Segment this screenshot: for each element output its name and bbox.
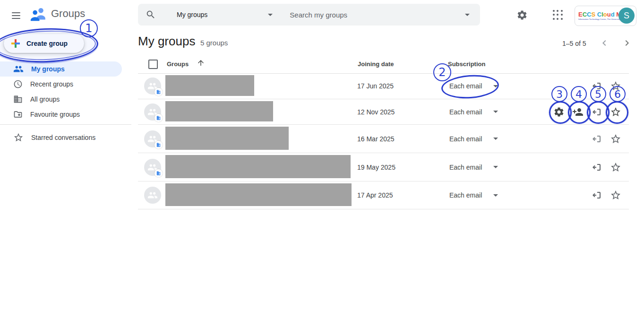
settings-gear-icon[interactable] bbox=[516, 9, 528, 21]
joining-date: 17 Jun 2025 bbox=[357, 82, 394, 90]
search-scope-dropdown[interactable]: My groups bbox=[177, 11, 273, 18]
subscription-dropdown[interactable]: Each email bbox=[449, 164, 498, 171]
pagination-range: 1–5 of 5 bbox=[562, 40, 586, 47]
redacted-group-name bbox=[165, 127, 289, 150]
select-all-checkbox[interactable] bbox=[148, 60, 158, 69]
redacted-group-name bbox=[165, 75, 254, 96]
joining-date: 19 May 2025 bbox=[357, 164, 395, 171]
column-header-groups[interactable]: Groups bbox=[167, 60, 189, 68]
group-avatar bbox=[144, 187, 161, 204]
subscription-value: Each email bbox=[449, 191, 482, 199]
chevron-down-icon bbox=[493, 194, 498, 197]
subscription-dropdown[interactable]: Each email bbox=[449, 108, 498, 116]
pagination-next-icon[interactable] bbox=[621, 37, 633, 49]
sidebar-item-favourite-groups[interactable]: Favourite groups bbox=[0, 107, 122, 122]
group-people-icon bbox=[147, 190, 158, 200]
account-card[interactable]: ECCS Cloud Mail Information Technology C… bbox=[575, 6, 636, 26]
organization-badge-icon bbox=[155, 88, 163, 96]
annotation-number-1: 1 bbox=[80, 19, 98, 37]
group-settings-icon[interactable] bbox=[553, 106, 565, 118]
redacted-group-name bbox=[165, 155, 351, 178]
subscription-dropdown[interactable]: Each email bbox=[449, 82, 498, 90]
redacted-group-name bbox=[165, 183, 352, 206]
star-group-icon[interactable] bbox=[610, 190, 621, 201]
leave-group-icon[interactable] bbox=[591, 106, 602, 118]
group-avatar bbox=[144, 78, 161, 95]
search-bar: My groups bbox=[138, 4, 480, 26]
search-options-chevron-icon[interactable] bbox=[465, 14, 470, 16]
group-count: 5 groups bbox=[200, 39, 228, 47]
table-row[interactable]: 16 Mar 2025 Each email bbox=[138, 125, 629, 153]
add-members-icon[interactable] bbox=[572, 106, 584, 118]
organization-badge-icon bbox=[155, 114, 163, 122]
group-avatar bbox=[144, 103, 161, 121]
subscription-value: Each email bbox=[449, 108, 482, 116]
people-icon bbox=[13, 64, 24, 74]
google-groups-app: Groups My groups ECCS Cloud Mail Informa… bbox=[0, 0, 644, 319]
groups-people-icon bbox=[29, 6, 47, 22]
sidebar-item-label: Recent groups bbox=[30, 80, 73, 88]
joining-date: 12 Nov 2025 bbox=[357, 108, 395, 116]
eccs-cloud-mail-logo: ECCS Cloud Mail Information Technology C… bbox=[578, 11, 618, 21]
leave-group-icon[interactable] bbox=[591, 162, 602, 173]
sidebar-item-label: All groups bbox=[30, 95, 60, 103]
page-title: My groups bbox=[138, 34, 195, 49]
joining-date: 16 Mar 2025 bbox=[357, 135, 395, 143]
subscription-value: Each email bbox=[449, 164, 482, 171]
sidebar-item-label: My groups bbox=[31, 65, 65, 73]
pagination-prev-icon[interactable] bbox=[599, 37, 610, 49]
search-scope-value: My groups bbox=[177, 11, 207, 18]
chevron-down-icon bbox=[493, 111, 498, 113]
eccs-brand-text: ECCS Cloud Mail bbox=[578, 11, 618, 18]
sidebar-item-label: Starred conversations bbox=[31, 134, 95, 141]
redacted-group-name bbox=[165, 101, 273, 121]
leave-group-icon[interactable] bbox=[591, 133, 602, 145]
chevron-down-icon bbox=[493, 138, 498, 140]
table-row[interactable]: 19 May 2025 Each email bbox=[138, 153, 629, 181]
account-avatar[interactable]: S bbox=[618, 8, 635, 24]
sidebar-item-recent-groups[interactable]: Recent groups bbox=[0, 77, 122, 92]
table-row[interactable]: 17 Jun 2025 Each email bbox=[138, 73, 629, 99]
organization-badge-icon bbox=[155, 169, 163, 177]
sidebar-item-all-groups[interactable]: All groups bbox=[0, 92, 122, 107]
folder-star-icon bbox=[13, 110, 23, 119]
sidebar-divider bbox=[0, 124, 131, 125]
table-row[interactable]: 17 Apr 2025 Each email bbox=[138, 181, 629, 209]
google-apps-grid-icon[interactable] bbox=[553, 10, 563, 20]
create-group-button[interactable]: Create group bbox=[4, 34, 84, 53]
plus-icon bbox=[11, 39, 20, 48]
group-avatar bbox=[144, 130, 161, 147]
group-avatar bbox=[144, 159, 161, 176]
chevron-down-icon bbox=[268, 14, 273, 16]
leave-group-icon[interactable] bbox=[591, 190, 602, 201]
hamburger-menu-icon[interactable] bbox=[9, 9, 24, 23]
groups-logo: Groups bbox=[29, 6, 85, 22]
building-icon bbox=[13, 95, 23, 104]
star-group-icon[interactable] bbox=[610, 106, 621, 118]
create-group-label: Create group bbox=[26, 40, 68, 47]
sidebar-item-my-groups[interactable]: My groups bbox=[0, 61, 122, 77]
search-icon[interactable] bbox=[146, 9, 156, 20]
subscription-value: Each email bbox=[449, 135, 482, 143]
search-input[interactable] bbox=[289, 10, 447, 19]
subscription-value: Each email bbox=[449, 82, 482, 90]
leave-group-icon[interactable] bbox=[591, 80, 602, 92]
subscription-dropdown[interactable]: Each email bbox=[449, 191, 498, 199]
subscription-dropdown[interactable]: Each email bbox=[449, 135, 498, 143]
table-header: Groups Joining date Subscription bbox=[138, 57, 629, 74]
column-header-subscription[interactable]: Subscription bbox=[448, 60, 485, 68]
star-group-icon[interactable] bbox=[610, 133, 621, 145]
sort-ascending-icon[interactable] bbox=[197, 59, 205, 67]
organization-badge-icon bbox=[155, 141, 163, 149]
chevron-down-icon bbox=[493, 166, 498, 168]
chevron-down-icon bbox=[493, 85, 498, 87]
joining-date: 17 Apr 2025 bbox=[357, 191, 393, 199]
table-row[interactable]: 12 Nov 2025 Each email bbox=[138, 99, 629, 125]
sidebar-item-starred-conversations[interactable]: Starred conversations bbox=[0, 130, 135, 145]
star-group-icon[interactable] bbox=[610, 162, 621, 173]
column-header-joining-date[interactable]: Joining date bbox=[358, 60, 394, 68]
app-title: Groups bbox=[51, 8, 85, 20]
eccs-tagline: Information Technology Center, The Unive… bbox=[578, 18, 607, 20]
star-group-icon[interactable] bbox=[610, 80, 621, 92]
clock-icon bbox=[13, 79, 23, 89]
